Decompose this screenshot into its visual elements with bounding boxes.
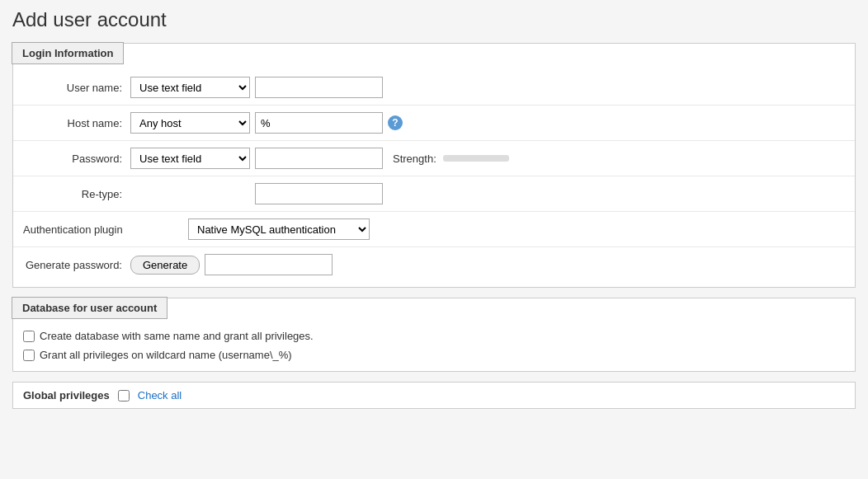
retype-row: Re-type: [13, 176, 855, 212]
create-db-label: Create database with same name and grant… [40, 330, 314, 342]
check-all-link[interactable]: Check all [138, 389, 182, 402]
db-section: Database for user account Create databas… [12, 298, 856, 372]
auth-plugin-select[interactable]: Native MySQL authentication SHA-256 auth… [188, 218, 370, 240]
username-input[interactable] [255, 77, 383, 98]
create-db-checkbox[interactable] [23, 331, 35, 342]
password-row: Password: Use text field No password Use… [13, 141, 855, 176]
hostname-input[interactable] [255, 112, 383, 134]
strength-label: Strength: [393, 153, 436, 165]
global-header-row: Global privileges Check all [13, 383, 855, 408]
global-privileges-label: Global privileges [23, 389, 110, 402]
password-type-select[interactable]: Use text field No password Use CRYPT [130, 148, 250, 169]
db-section-header[interactable]: Database for user account [12, 297, 167, 319]
db-checkbox-row-2: Grant all privileges on wildcard name (u… [23, 345, 845, 364]
generate-password-label: Generate password: [23, 259, 130, 271]
wildcard-grant-label: Grant all privileges on wildcard name (u… [40, 349, 292, 361]
password-controls: Use text field No password Use CRYPT Str… [130, 148, 509, 169]
wildcard-grant-checkbox[interactable] [23, 350, 35, 361]
db-section-inner: Create database with same name and grant… [13, 320, 855, 371]
page-title: Add user account [12, 8, 856, 31]
retype-label: Re-type: [23, 188, 130, 200]
retype-input[interactable] [255, 183, 383, 204]
username-row: User name: Use text field Any user [13, 70, 855, 106]
auth-plugin-label: Authentication plugin [23, 223, 188, 236]
login-section-inner: User name: Use text field Any user Host … [13, 65, 855, 287]
username-label: User name: [23, 82, 130, 94]
username-type-select[interactable]: Use text field Any user [130, 77, 250, 98]
global-section: Global privileges Check all [12, 382, 856, 409]
login-section-header[interactable]: Login Information [12, 42, 124, 64]
strength-bar [443, 155, 509, 162]
hostname-type-select[interactable]: Any host Local Use text field [130, 112, 250, 134]
login-section: Login Information User name: Use text fi… [12, 43, 856, 288]
generated-password-input[interactable] [205, 254, 333, 275]
check-all-checkbox[interactable] [118, 390, 130, 402]
db-checkbox-row-1: Create database with same name and grant… [23, 326, 845, 345]
generate-button[interactable]: Generate [130, 256, 200, 275]
generate-password-row: Generate password: Generate [13, 247, 855, 282]
hostname-info-icon[interactable]: ? [388, 115, 403, 130]
auth-plugin-row: Authentication plugin Native MySQL authe… [13, 212, 855, 247]
password-label: Password: [23, 153, 130, 165]
retype-controls [130, 183, 383, 204]
hostname-row: Host name: Any host Local Use text field… [13, 106, 855, 141]
hostname-label: Host name: [23, 117, 130, 129]
hostname-controls: Any host Local Use text field ? [130, 112, 403, 134]
username-controls: Use text field Any user [130, 77, 383, 98]
password-input[interactable] [255, 148, 383, 169]
